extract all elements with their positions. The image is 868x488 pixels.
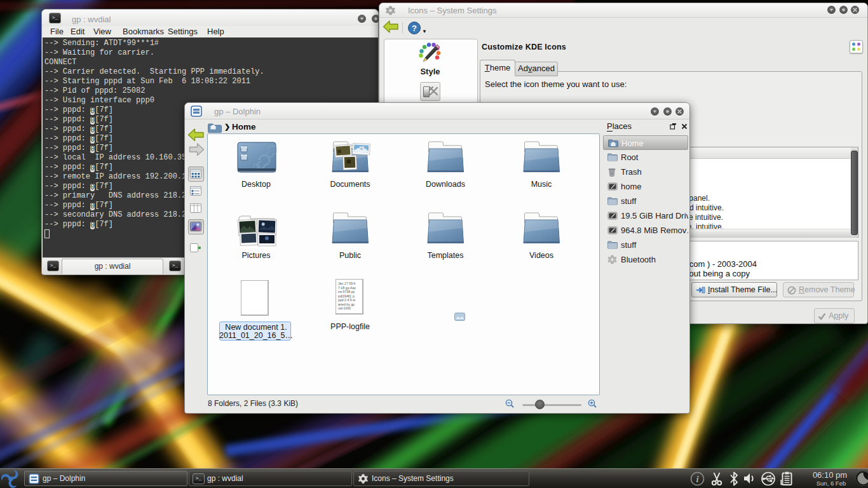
svg-text:i: i — [696, 474, 699, 484]
svg-text:uid 1000: uid 1000 — [338, 306, 351, 310]
svg-text:arted by gp: arted by gp — [338, 302, 355, 306]
svg-text:7:18 gp-Asp: 7:18 gp-Asp — [338, 286, 356, 290]
svg-text:pd[1946]: p: pd[1946]: p — [338, 294, 355, 298]
svg-text:AB: AB — [359, 146, 364, 149]
svg-text:?: ? — [412, 24, 417, 33]
svg-text:Jan 17 09:4: Jan 17 09:4 — [338, 281, 355, 285]
svg-text:ire-5738 pp: ire-5738 pp — [338, 290, 355, 294]
svg-text:ppd 2.4.5 st: ppd 2.4.5 st — [338, 298, 356, 302]
